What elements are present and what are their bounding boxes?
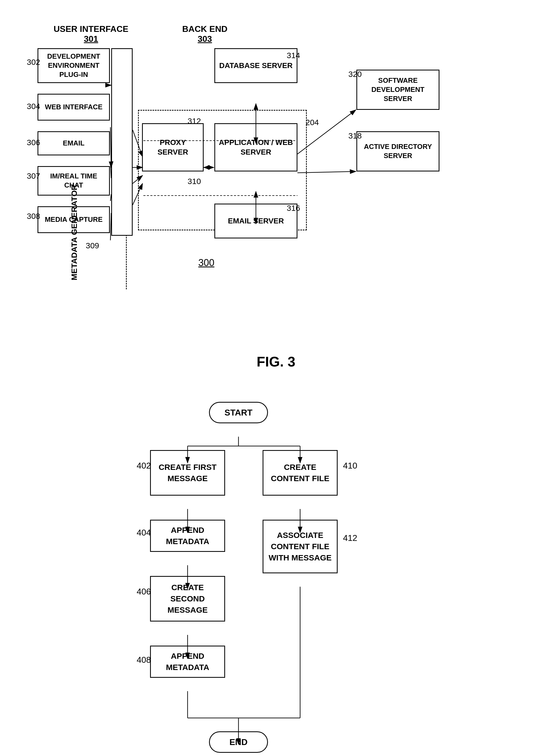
ref-404: 404	[137, 528, 151, 538]
ref-307: 307	[27, 171, 40, 180]
ref-314: 314	[287, 51, 300, 60]
web-interface-box: WEB INTERFACE	[37, 94, 110, 121]
ref-304: 304	[27, 102, 40, 111]
append-metadata-2-box: APPEND METADATA	[150, 646, 225, 678]
ref-308: 308	[27, 212, 40, 221]
create-first-msg-box: CREATE FIRST MESSAGE	[150, 450, 225, 496]
ref-310: 310	[187, 177, 201, 186]
fig3-title: FIG. 3	[21, 354, 531, 370]
ref-316: 316	[287, 203, 300, 213]
ref-306: 306	[27, 138, 40, 147]
software-dev-server-box: SOFTWARE DEVELOPMENT SERVER	[357, 69, 439, 110]
ref-318: 318	[349, 131, 362, 140]
ref-312: 312	[187, 117, 201, 126]
ref-302: 302	[27, 57, 40, 67]
email-box: EMAIL	[37, 131, 110, 155]
fig3-diagram: USER INTERFACE 301 BACK END 303 DEVELOPM…	[21, 16, 531, 337]
ref-320: 320	[349, 69, 362, 79]
ref-309: 309	[86, 241, 99, 250]
active-directory-box: ACTIVE DIRECTORY SERVER	[357, 131, 439, 171]
ref-204: 204	[305, 118, 319, 127]
associate-content-box: ASSOCIATE CONTENT FILE WITH MESSAGE	[263, 520, 337, 573]
ref-408: 408	[137, 655, 151, 665]
ref-406: 406	[137, 587, 151, 597]
start-oval: START	[209, 402, 268, 423]
dev-plugin-box: DEVELOPMENT ENVIRONMENT PLUG-IN	[37, 48, 110, 83]
fig4-diagram: START CREATE FIRST MESSAGE APPEND METADA…	[21, 391, 531, 756]
backend-label: BACK END 303	[182, 24, 228, 44]
database-server-box: DATABASE SERVER	[215, 48, 297, 83]
append-metadata-1-box: APPEND METADATA	[150, 520, 225, 552]
metadata-generator-box: METADATA GENERATOR	[111, 48, 133, 236]
fig4-arrows	[21, 391, 531, 756]
app-web-server-box: APPLICATION / WEB SERVER	[215, 123, 297, 171]
email-server-box: EMAIL SERVER	[215, 203, 297, 239]
ref-412: 412	[343, 533, 357, 543]
create-second-msg-box: CREATE SECOND MESSAGE	[150, 576, 225, 621]
end-oval: END	[209, 731, 268, 753]
ref-300: 300	[198, 257, 215, 269]
create-content-file-box: CREATE CONTENT FILE	[263, 450, 337, 496]
ref-410: 410	[343, 461, 357, 471]
ref-402: 402	[137, 461, 151, 471]
ui-label: USER INTERFACE 301	[53, 24, 128, 44]
